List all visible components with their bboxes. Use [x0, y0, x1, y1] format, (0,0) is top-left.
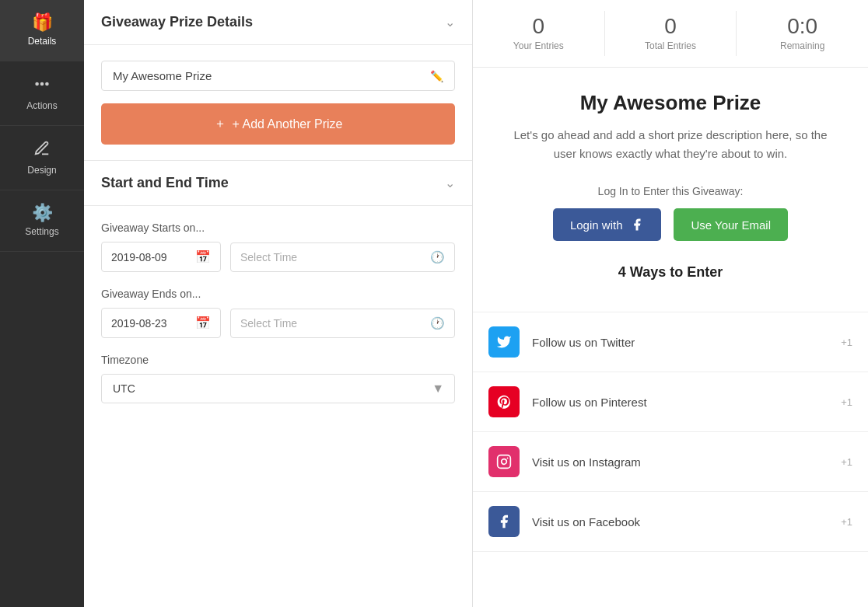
twitter-points: +1 — [841, 337, 852, 348]
end-clock-icon: 🕐 — [430, 316, 445, 330]
email-login-label: Use Your Email — [691, 218, 771, 232]
prize-section-header[interactable]: Giveaway Prize Details ⌄ — [84, 0, 472, 45]
stat-total-entries-label: Total Entries — [645, 40, 696, 51]
left-panel: Giveaway Prize Details ⌄ ✏️ ＋ + Add Anot… — [84, 0, 473, 607]
sidebar-item-actions[interactable]: Actions — [0, 61, 84, 126]
sidebar: 🎁 Details Actions Design ⚙️ Settings — [0, 0, 84, 607]
svg-rect-3 — [498, 455, 511, 469]
start-time-placeholder: Select Time — [240, 251, 424, 263]
facebook-points: +1 — [841, 516, 852, 528]
gift-icon: 🎁 — [32, 14, 53, 31]
stats-bar: 0 Your Entries 0 Total Entries 0:0 Remai… — [473, 0, 868, 68]
stat-remaining-value: 0:0 — [787, 16, 817, 37]
svg-point-0 — [35, 82, 39, 86]
stat-remaining: 0:0 Remaining — [737, 11, 868, 56]
prize-name-input[interactable] — [113, 69, 430, 82]
pinterest-icon — [488, 386, 520, 417]
end-date-time-row: 📅 Select Time 🕐 — [101, 308, 455, 338]
sidebar-label-settings: Settings — [25, 226, 58, 237]
actions-icon — [33, 75, 51, 96]
instagram-points: +1 — [841, 456, 852, 468]
stat-your-entries-label: Your Entries — [513, 40, 564, 51]
twitter-icon — [488, 326, 520, 358]
time-section-title: Start and End Time — [101, 175, 229, 191]
stat-your-entries: 0 Your Entries — [473, 11, 605, 56]
sidebar-item-details[interactable]: 🎁 Details — [0, 0, 84, 61]
timezone-label: Timezone — [101, 354, 455, 366]
end-label: Giveaway Ends on... — [101, 288, 455, 300]
preview-content: My Awesome Prize Let's go ahead and add … — [473, 68, 868, 312]
start-clock-icon: 🕐 — [430, 250, 445, 264]
way-item-instagram[interactable]: Visit us on Instagram +1 — [473, 432, 868, 492]
timezone-select[interactable]: UTC US/Eastern US/Central US/Pacific Eur… — [101, 374, 455, 403]
start-date-input-wrap[interactable]: 📅 — [101, 242, 221, 272]
start-date-time-row: 📅 Select Time 🕐 — [101, 242, 455, 272]
facebook-login-button[interactable]: Login with — [553, 208, 662, 241]
start-label: Giveaway Starts on... — [101, 222, 455, 234]
time-chevron-icon[interactable]: ⌄ — [445, 176, 455, 190]
stat-total-entries-value: 0 — [664, 16, 677, 37]
way-item-pinterest[interactable]: Follow us on Pinterest +1 — [473, 372, 868, 432]
end-time-input-wrap[interactable]: Select Time 🕐 — [230, 309, 455, 338]
stat-your-entries-value: 0 — [533, 16, 545, 37]
sidebar-label-actions: Actions — [26, 100, 57, 111]
prize-name-row: ✏️ — [101, 61, 455, 91]
end-calendar-icon[interactable]: 📅 — [195, 316, 211, 330]
end-date-input-wrap[interactable]: 📅 — [101, 308, 221, 338]
facebook-icon — [630, 218, 644, 232]
time-section-header[interactable]: Start and End Time ⌄ — [84, 161, 472, 206]
start-calendar-icon[interactable]: 📅 — [195, 249, 211, 264]
instagram-way-text: Visit us on Instagram — [532, 455, 828, 469]
time-section-body: Giveaway Starts on... 📅 Select Time 🕐 Gi… — [84, 206, 472, 422]
svg-point-2 — [45, 82, 49, 86]
start-date-input[interactable] — [111, 251, 189, 263]
sidebar-label-design: Design — [27, 165, 56, 176]
preview-description: Let's go ahead and add a short prize des… — [504, 126, 837, 163]
stat-remaining-label: Remaining — [780, 40, 824, 51]
twitter-way-text: Follow us on Twitter — [532, 336, 828, 349]
right-panel: 0 Your Entries 0 Total Entries 0:0 Remai… — [473, 0, 868, 607]
instagram-icon — [488, 446, 520, 477]
login-buttons: Login with Use Your Email — [504, 208, 837, 241]
prize-section-title: Giveaway Prize Details — [101, 14, 253, 30]
sidebar-item-settings[interactable]: ⚙️ Settings — [0, 190, 84, 252]
pinterest-way-text: Follow us on Pinterest — [532, 396, 828, 409]
timezone-select-wrap: UTC US/Eastern US/Central US/Pacific Eur… — [101, 374, 455, 403]
end-time-placeholder: Select Time — [240, 317, 424, 330]
prize-chevron-icon[interactable]: ⌄ — [445, 15, 455, 30]
facebook-way-icon — [488, 506, 520, 537]
email-login-button[interactable]: Use Your Email — [674, 208, 788, 241]
stat-total-entries: 0 Total Entries — [605, 11, 737, 56]
way-item-twitter[interactable]: Follow us on Twitter +1 — [473, 312, 868, 372]
preview-title: My Awesome Prize — [504, 91, 837, 115]
sidebar-label-details: Details — [28, 36, 57, 47]
svg-point-1 — [40, 82, 44, 86]
add-prize-label: + Add Another Prize — [233, 117, 343, 131]
fb-login-label: Login with — [570, 218, 623, 232]
way-item-facebook[interactable]: Visit us on Facebook +1 — [473, 492, 868, 552]
facebook-way-text: Visit us on Facebook — [532, 515, 828, 529]
end-date-input[interactable] — [111, 317, 189, 330]
prize-section-body: ✏️ ＋ + Add Another Prize — [84, 45, 472, 161]
ways-list: Follow us on Twitter +1 Follow us on Pin… — [473, 312, 868, 552]
ways-title: 4 Ways to Enter — [504, 264, 837, 281]
add-prize-plus: ＋ — [214, 116, 226, 132]
add-prize-button[interactable]: ＋ + Add Another Prize — [101, 103, 455, 145]
login-label: Log In to Enter this Giveaway: — [504, 185, 837, 197]
settings-icon: ⚙️ — [32, 204, 53, 222]
edit-icon[interactable]: ✏️ — [430, 70, 443, 82]
start-time-input-wrap[interactable]: Select Time 🕐 — [230, 242, 455, 272]
sidebar-item-design[interactable]: Design — [0, 126, 84, 190]
pinterest-points: +1 — [841, 396, 852, 408]
design-icon — [33, 140, 51, 160]
